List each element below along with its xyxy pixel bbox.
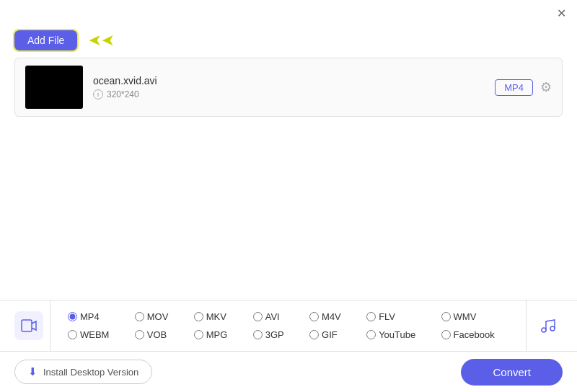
file-name: ocean.xvid.avi [93,75,485,86]
format-option-avi[interactable]: AVI [247,309,304,324]
format-option-vob[interactable]: VOB [129,327,188,342]
convert-button[interactable]: Convert [461,359,563,386]
format-option-mpg[interactable]: MPG [188,327,247,342]
format-option-gif[interactable]: GIF [304,327,361,342]
arrow-indicator: ➤➤ [89,31,115,50]
format-option-mov[interactable]: MOV [129,309,188,324]
file-actions: MP4 ⚙ [495,79,552,96]
download-icon: ⬇ [28,365,38,378]
file-resolution: 320*240 [107,89,139,99]
audio-icon-area[interactable] [527,300,570,352]
install-desktop-button[interactable]: ⬇ Install Desktop Version [14,360,152,384]
video-icon-box [14,311,43,340]
file-thumbnail [25,66,83,109]
file-list-area: ocean.xvid.avi i 320*240 MP4 ⚙ [14,58,563,117]
toolbar: Add File ➤➤ [0,26,577,58]
video-icon-area[interactable] [7,300,50,352]
add-file-button[interactable]: Add File [14,30,77,50]
bottom-bar: ⬇ Install Desktop Version Convert [0,352,577,392]
format-badge[interactable]: MP4 [495,79,533,96]
format-option-wmv[interactable]: WMV [436,309,514,324]
file-meta: i 320*240 [93,89,485,99]
format-option-3gp[interactable]: 3GP [247,327,304,342]
format-option-facebook[interactable]: Facebook [436,327,514,342]
close-button[interactable]: ✕ [554,6,568,20]
file-item: ocean.xvid.avi i 320*240 MP4 ⚙ [15,58,562,116]
format-option-m4v[interactable]: M4V [304,309,361,324]
format-option-youtube[interactable]: YouTube [361,327,435,342]
info-icon: i [93,89,103,99]
format-bar: MP4 MOV MKV AVI M4V FLV WMV WEBM VOB MPG [0,300,577,352]
format-option-flv[interactable]: FLV [361,309,435,324]
file-info: ocean.xvid.avi i 320*240 [93,75,485,99]
format-options: MP4 MOV MKV AVI M4V FLV WMV WEBM VOB MPG [50,303,526,348]
format-option-mp4[interactable]: MP4 [62,309,129,324]
install-label: Install Desktop Version [43,367,138,378]
format-option-webm[interactable]: WEBM [62,327,129,342]
svg-rect-0 [22,320,32,331]
settings-icon[interactable]: ⚙ [540,79,552,95]
svg-point-2 [550,326,555,331]
format-option-mkv[interactable]: MKV [188,309,247,324]
svg-point-1 [542,328,546,332]
title-bar: ✕ [0,0,577,26]
audio-icon-box [534,311,563,340]
